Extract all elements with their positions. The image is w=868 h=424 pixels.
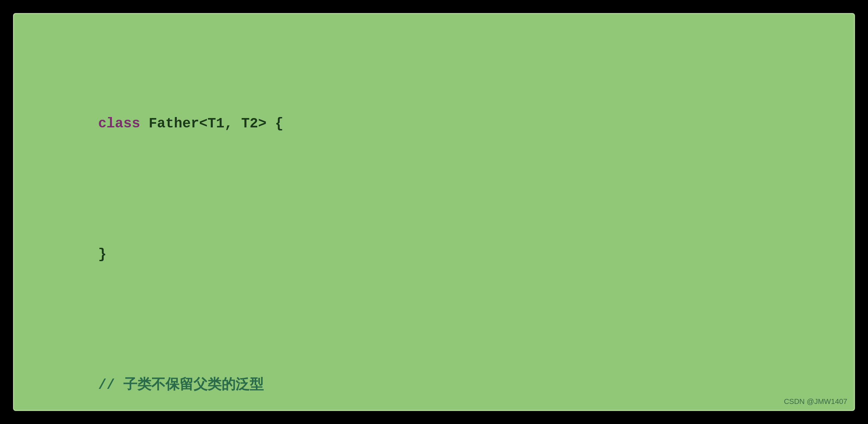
line-3: // 子类不保留父类的泛型 bbox=[31, 352, 837, 418]
code-text: } bbox=[98, 247, 106, 262]
code-text: Father<T1, T2> { bbox=[149, 116, 283, 132]
keyword-class: class bbox=[98, 116, 149, 132]
watermark: CSDN @JMW1407 bbox=[784, 397, 847, 406]
comment-text: // 子类不保留父类的泛型 bbox=[98, 377, 264, 393]
line-2: } bbox=[31, 222, 837, 287]
screen: class Father<T1, T2> { } // 子类不保留父类的泛型 /… bbox=[0, 0, 868, 424]
code-block: class Father<T1, T2> { } // 子类不保留父类的泛型 /… bbox=[31, 26, 837, 424]
line-1: class Father<T1, T2> { bbox=[31, 91, 837, 157]
code-container: class Father<T1, T2> { } // 子类不保留父类的泛型 /… bbox=[13, 13, 855, 411]
